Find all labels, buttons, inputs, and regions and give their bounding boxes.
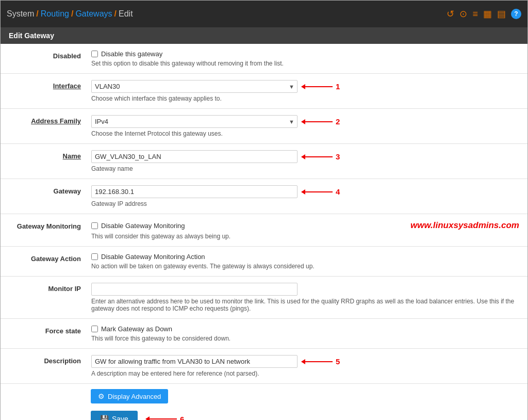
help-address-family: Choose the Internet Protocol this gatewa…	[91, 130, 519, 137]
row-description: Description 5 A description may be enter…	[1, 349, 527, 384]
content-description: 5 A description may be entered here for …	[91, 355, 519, 377]
content-gateway: 4 Gateway IP address	[91, 185, 519, 207]
address-family-select[interactable]: IPv4	[91, 115, 298, 128]
interface-select-wrapper: VLAN30 ▼	[91, 80, 298, 93]
description-input[interactable]	[91, 355, 298, 368]
breadcrumb-system: System	[7, 9, 34, 19]
label-name: Name	[9, 150, 91, 160]
chart-icon[interactable]: ▦	[483, 8, 492, 20]
address-family-select-wrapper: IPv4 ▼	[91, 115, 298, 128]
row-name: Name 3 Gateway name	[1, 144, 527, 179]
content-monitor-ip: Enter an alternative address here to be …	[91, 283, 519, 312]
breadcrumb-current: Edit	[119, 9, 133, 19]
watermark: www.linuxsysadmins.com	[410, 220, 519, 231]
header: System / Routing / Gateways / Edit ↺ ⊙ ≡…	[1, 1, 527, 27]
interface-select[interactable]: VLAN30	[91, 80, 298, 93]
breadcrumb-sep3: /	[114, 9, 117, 19]
gear-icon: ⚙	[98, 392, 105, 400]
stop-icon[interactable]: ⊙	[459, 8, 467, 20]
annotation-2: 2	[302, 117, 340, 126]
row-gateway-monitoring: Gateway Monitoring Disable Gateway Monit…	[1, 214, 527, 247]
label-gateway-action: Gateway Action	[9, 253, 91, 263]
breadcrumb-sep1: /	[36, 9, 38, 19]
label-gateway: Gateway	[9, 185, 91, 195]
undo-icon[interactable]: ↺	[447, 8, 454, 20]
breadcrumb-routing[interactable]: Routing	[41, 9, 69, 19]
gateway-input[interactable]	[91, 185, 298, 198]
header-icons: ↺ ⊙ ≡ ▦ ▤ ?	[447, 8, 521, 20]
label-monitor-ip: Monitor IP	[9, 283, 91, 293]
save-label: Save	[112, 415, 128, 420]
label-interface: Interface	[9, 80, 91, 90]
section-title: Edit Gateway	[1, 27, 527, 44]
label-address-family: Address Family	[9, 115, 91, 125]
help-monitor-ip: Enter an alternative address here to be …	[91, 298, 519, 312]
label-gateway-monitoring: Gateway Monitoring	[9, 220, 91, 230]
row-gateway: Gateway 4 Gateway IP address	[1, 179, 527, 214]
label-description: Description	[9, 355, 91, 365]
checkbox-force-state[interactable]	[91, 326, 98, 332]
content-name: 3 Gateway name	[91, 150, 519, 172]
breadcrumb-sep2: /	[71, 9, 73, 19]
checkbox-disabled[interactable]	[91, 51, 98, 57]
row-force-state: Force state Mark Gateway as Down This wi…	[1, 319, 527, 349]
help-gateway-monitoring: This will consider this gateway as alway…	[91, 233, 519, 240]
content-disabled: Disable this gateway Set this option to …	[91, 50, 519, 67]
help-icon[interactable]: ?	[511, 9, 521, 19]
list-icon[interactable]: ▤	[497, 8, 506, 20]
help-interface: Choose which interface this gateway appl…	[91, 95, 519, 102]
help-gateway-action: No action will be taken on gateway event…	[91, 263, 519, 270]
annotation-5: 5	[302, 357, 340, 366]
help-force-state: This will force this gateway to be consi…	[91, 335, 519, 342]
annotation-1: 1	[302, 82, 340, 91]
name-input[interactable]	[91, 150, 298, 163]
annotation-6: 6	[146, 415, 184, 421]
label-disabled: Disabled	[9, 50, 91, 60]
checkbox-disabled-label: Disable this gateway	[101, 50, 162, 58]
checkbox-gateway-monitoring-label: Disable Gateway Monitoring	[101, 222, 185, 230]
help-description: A description may be entered here for re…	[91, 370, 519, 377]
checkbox-gateway-monitoring[interactable]	[91, 222, 98, 229]
help-name: Gateway name	[91, 165, 519, 172]
annotation-3: 3	[302, 152, 340, 161]
breadcrumb-gateways[interactable]: Gateways	[75, 9, 112, 19]
annotation-4: 4	[302, 187, 340, 196]
label-force-state: Force state	[9, 325, 91, 335]
checkbox-gateway-action[interactable]	[91, 253, 98, 260]
form-container: Disabled Disable this gateway Set this o…	[1, 44, 527, 420]
floppy-icon: 💾	[100, 415, 109, 420]
content-address-family: IPv4 ▼ 2 Choose the Internet Protocol th…	[91, 115, 519, 137]
help-disabled: Set this option to disable this gateway …	[91, 60, 519, 67]
breadcrumb: System / Routing / Gateways / Edit	[7, 9, 133, 19]
monitor-ip-input[interactable]	[91, 283, 298, 296]
row-gateway-action: Gateway Action Disable Gateway Monitorin…	[1, 247, 527, 277]
row-disabled: Disabled Disable this gateway Set this o…	[1, 44, 527, 74]
row-address-family: Address Family IPv4 ▼ 2 Choose the Inter…	[1, 109, 527, 144]
save-button[interactable]: 💾 Save	[91, 411, 138, 420]
checkbox-gateway-action-label: Disable Gateway Monitoring Action	[101, 253, 205, 261]
checkbox-force-state-label: Mark Gateway as Down	[101, 325, 172, 333]
content-gateway-action: Disable Gateway Monitoring Action No act…	[91, 253, 519, 270]
menu-icon[interactable]: ≡	[472, 9, 478, 20]
row-interface: Interface VLAN30 ▼ 1 Choose which interf…	[1, 74, 527, 109]
display-advanced-button[interactable]: ⚙ Display Advanced	[91, 389, 168, 403]
content-interface: VLAN30 ▼ 1 Choose which interface this g…	[91, 80, 519, 102]
content-force-state: Mark Gateway as Down This will force thi…	[91, 325, 519, 342]
display-advanced-label: Display Advanced	[108, 393, 161, 400]
row-monitor-ip: Monitor IP Enter an alternative address …	[1, 277, 527, 319]
content-gateway-monitoring: Disable Gateway Monitoring www.linuxsysa…	[91, 220, 519, 240]
help-gateway: Gateway IP address	[91, 200, 519, 207]
